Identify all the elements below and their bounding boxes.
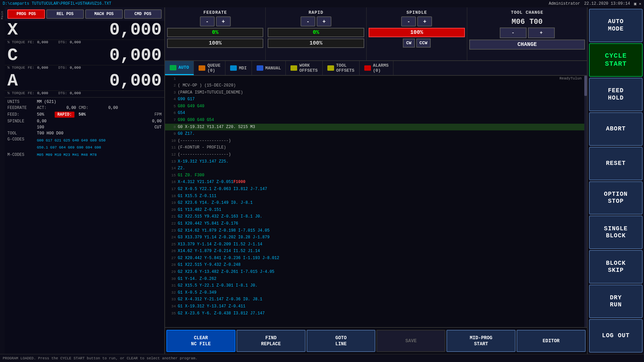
spindle-ctrl-btns: - + [401, 16, 432, 26]
auto-mode-button[interactable]: AUTOMODE [589, 9, 643, 42]
line-text: G1 Z0. F300 [178, 172, 204, 179]
code-line-25: 25 X13.379 Y-1.14 Z-0.209 I1.52 J-1.14 [165, 241, 587, 248]
line-text: G2 X-4.312 Y-21.147 Z-0.36 I0. J8.1 [178, 296, 262, 303]
rapid-minus-btn[interactable]: - [301, 16, 315, 26]
mcodes-value: M05 M09 M10 M23 M41 M48 M78 [37, 152, 97, 158]
feedrate-ctrl: FEEDRATE - + 0% 100% [165, 7, 266, 60]
code-line-16: 16 X-4.312 Y21.147 Z-0.051 F1000 [165, 179, 587, 186]
tab-queue[interactable]: QUEUE(0) [194, 61, 225, 75]
rapid-plus-btn[interactable]: + [317, 16, 331, 26]
spindle-cw-btn[interactable]: CW [403, 39, 415, 48]
feedrate-minus-btn[interactable]: - [200, 16, 215, 26]
code-line-7: 7G90 G00 G40 G54 [165, 117, 587, 124]
goto-line-button[interactable]: GOTOLINE [307, 330, 376, 352]
cycle-start-button[interactable]: CYCLESTART [589, 43, 643, 77]
code-line-28: 28G1 X22.515 Y-9.432 Z-0.248 [165, 261, 587, 268]
option-stop-button[interactable]: OPTIONSTOP [589, 181, 643, 215]
line-number: 13 [166, 159, 176, 165]
tab-mdi[interactable]: MDI [225, 61, 252, 75]
code-line-32: 32G1 X-0.5 Z-0.349 [165, 289, 587, 296]
scrollbar-track[interactable] [584, 76, 587, 327]
line-text: G1 Y-14. Z-0.262 [178, 276, 216, 282]
feedrate-act-label: ACT: [37, 106, 64, 110]
tab-queue-label: QUEUE(0) [207, 63, 220, 73]
clear-nc-file-button[interactable]: CLEARNC FILE [166, 330, 235, 352]
feedrate-info-row: FEEDRATE ACT: 0,00 CMD: 0,00 [7, 105, 162, 111]
toolchange-plus-btn[interactable]: + [528, 27, 555, 38]
code-line-12: 12(--------------------) [165, 151, 587, 158]
status-text: PROGRAM LOADED. Press the CYCLE START bu… [3, 356, 198, 360]
mdi-icon [230, 65, 237, 71]
editor-button[interactable]: EDITOR [517, 330, 586, 352]
mach-pos-button[interactable]: MACH POS [85, 9, 123, 19]
right-panel: AUTOMODE CYCLESTART FEEDHOLD ABORT RESET… [587, 7, 644, 354]
single-block-button[interactable]: SINGLEBLOCK [589, 216, 643, 249]
tab-manual-label: MANUAL [265, 66, 281, 71]
feedrate-plus-btn[interactable]: + [216, 16, 231, 26]
cmd-pos-button[interactable]: CMD POS [124, 9, 162, 19]
spindle-ccw-btn[interactable]: CCW [416, 39, 431, 48]
line-number: 5 [166, 104, 176, 109]
tab-tool-offsets[interactable]: TOOLOFFSETS [323, 61, 360, 75]
line-number: 29 [166, 269, 176, 275]
log-out-button[interactable]: LOG OUT [589, 319, 643, 353]
code-line-27: 27G2 X20.442 Y-5.841 Z-0.236 I-1.193 J-8… [165, 255, 587, 262]
save-button[interactable]: SAVE [376, 330, 445, 352]
reset-button[interactable]: RESET [589, 147, 643, 180]
pos-buttons: PROG POS REL POS MACH POS CMD POS [5, 7, 164, 21]
line-text: X13.379 Y-1.14 Z-0.209 I1.52 J-1.14 [178, 241, 262, 248]
x-fe-label: FE: [28, 40, 35, 44]
line-text: G2 X-0.5 Y22.1 Z-0.063 I3.812 J-7.147 [178, 186, 267, 192]
line-text: G1 X15.5 Z-0.111 [178, 193, 216, 199]
center-panel: FEEDRATE - + 0% 100% RAPID - + 0% 100% [165, 7, 587, 354]
spindle-minus-btn[interactable]: - [401, 16, 416, 26]
c-dtg-label: DTG: [58, 66, 67, 70]
line-text: G1 X20.442 Y5.841 Z-0.176 [178, 221, 238, 227]
code-line-3: 3(PARCA ISMI=TUTUCUI_DENEME) [165, 89, 587, 96]
c-torque-label: % TORQUE [7, 66, 25, 70]
line-text: G2 X-23.6 Y-6. Z-0.438 I3.812 J7.147 [178, 310, 265, 317]
code-line-15: 15G1 Z0. F300 [165, 172, 587, 179]
toolchange-minus-btn[interactable]: - [500, 27, 527, 38]
line-text: G2 X23.6 Y-13.482 Z-0.261 I-7.015 J-4.05 [178, 269, 274, 275]
status-bar: PROGRAM LOADED. Press the CYCLE START bu… [0, 354, 644, 362]
code-line-33: 33G2 X-4.312 Y-21.147 Z-0.36 I0. J8.1 [165, 296, 587, 303]
code-line-29: 29G2 X23.6 Y-13.482 Z-0.261 I-7.015 J-4.… [165, 268, 587, 276]
block-skip-button[interactable]: BLOCKSKIP [589, 250, 643, 284]
code-line-4: 4G90 G17 [165, 96, 587, 103]
scrollbar-thumb[interactable] [584, 76, 587, 96]
spindle-plus-btn[interactable]: + [417, 16, 432, 26]
line-number: 20 [166, 207, 176, 213]
code-line-2: 2( MCV-OP ) (15-DEC-2020) [165, 82, 587, 89]
feedrate-ctrl-title: FEEDRATE [203, 10, 227, 15]
tab-work-offsets[interactable]: WORKOFFSETS [286, 61, 323, 75]
tab-alarms[interactable]: ALARMS(0) [360, 61, 394, 75]
line-text: (--------------------) [178, 138, 231, 144]
line-text: G1 X-19.312 Y-13.147 Z-0.411 [178, 303, 246, 310]
feedrate-ctrl-btns: - + [200, 16, 231, 26]
spindle-cmd-val: 0,00 [152, 119, 162, 124]
abort-button[interactable]: ABORT [589, 112, 643, 146]
feedrate-label: FEEDRATE [7, 106, 34, 110]
a-fe-label: FE: [28, 91, 35, 95]
dry-run-button[interactable]: DRYRUN [589, 285, 643, 318]
spindle-cut-label: CUT [154, 125, 162, 130]
line-text: (--------------------) [178, 152, 231, 158]
change-button[interactable]: CHANGE [469, 40, 585, 50]
tab-auto[interactable]: AUTO [165, 61, 194, 75]
feed-hold-button[interactable]: FEEDHOLD [589, 78, 643, 111]
prog-pos-button[interactable]: PROG POS [7, 9, 45, 19]
mid-prog-start-button[interactable]: MID-PROGSTART [446, 330, 516, 352]
auto-icon [170, 65, 176, 70]
filepath: D:\camparts TUTUTUCULAR\PROFIL+USTHAVUZ1… [3, 1, 111, 6]
spindle-pct: 100 [37, 125, 44, 130]
left-panel: PROG POS REL POS MACH POS CMD POS X 0,00… [5, 7, 165, 354]
line-number: 16 [166, 179, 176, 185]
tab-manual[interactable]: MANUAL [252, 61, 286, 75]
rel-pos-button[interactable]: REL POS [46, 9, 84, 19]
find-replace-button[interactable]: FINDREPLACE [236, 330, 306, 352]
line-number: 6 [166, 110, 176, 116]
window-controls[interactable]: ▣ ✕ [634, 1, 641, 6]
code-area[interactable]: ReadyTulun 12( MCV-OP ) (15-DEC-2020)3(P… [165, 76, 587, 327]
line-number: 19 [166, 200, 176, 206]
